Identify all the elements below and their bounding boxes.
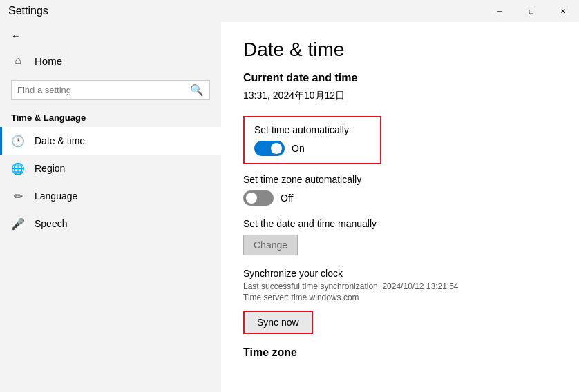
date-time-icon: 🕐 [11, 134, 25, 148]
content-panel: Date & time Current date and time 13:31,… [221, 22, 579, 392]
region-icon: 🌐 [11, 161, 25, 175]
sidebar-item-language-label: Language [35, 190, 77, 202]
sidebar: ← ⌂ Home 🔍 Time & Language 🕐 Date & time… [0, 22, 221, 392]
close-button[interactable]: ✕ [547, 0, 579, 22]
current-section-title: Current date and time [243, 72, 557, 84]
sync-group: Synchronize your clock Last successful t… [243, 268, 557, 334]
set-timezone-auto-toggle[interactable] [243, 190, 274, 206]
sidebar-item-date-time[interactable]: 🕐 Date & time [0, 127, 221, 155]
set-timezone-auto-label: Set time zone automatically [243, 174, 557, 185]
sidebar-item-speech-label: Speech [35, 218, 67, 229]
sidebar-item-region[interactable]: 🌐 Region [0, 155, 221, 182]
sidebar-item-region-label: Region [35, 163, 65, 174]
back-button[interactable]: ← [0, 25, 221, 47]
maximize-button[interactable]: □ [515, 0, 547, 22]
home-label: Home [35, 55, 62, 67]
home-nav-item[interactable]: ⌂ Home [0, 47, 221, 75]
home-icon: ⌂ [11, 54, 25, 68]
search-input[interactable] [17, 85, 186, 95]
change-button[interactable]: Change [243, 235, 298, 255]
search-box: 🔍 [11, 80, 210, 100]
language-icon: ✏ [11, 189, 25, 203]
titlebar-left: Settings [8, 5, 48, 17]
time-zone-label: Time zone [243, 346, 557, 359]
page-title: Date & time [243, 39, 557, 61]
set-time-auto-toggle[interactable] [254, 141, 285, 156]
search-icon: 🔍 [190, 84, 204, 97]
sidebar-item-date-time-label: Date & time [35, 135, 85, 146]
manual-label: Set the date and time manually [243, 218, 557, 229]
set-timezone-auto-row: Off [243, 190, 557, 206]
titlebar: Settings ─ □ ✕ [0, 0, 579, 22]
sync-now-button[interactable]: Sync now [243, 311, 313, 334]
set-time-auto-value: On [292, 143, 305, 154]
sync-info-1: Last successful time synchronization: 20… [243, 282, 557, 291]
sidebar-item-speech[interactable]: 🎤 Speech [0, 210, 221, 237]
manual-group: Set the date and time manually Change [243, 218, 557, 255]
sidebar-section-label: Time & Language [0, 106, 221, 127]
titlebar-controls: ─ □ ✕ [484, 0, 579, 22]
set-time-auto-box: Set time automatically On [243, 116, 381, 164]
minimize-button[interactable]: ─ [484, 0, 515, 22]
sync-section-label: Synchronize your clock [243, 268, 557, 279]
sidebar-item-language[interactable]: ✏ Language [0, 182, 221, 210]
main-container: ← ⌂ Home 🔍 Time & Language 🕐 Date & time… [0, 22, 579, 392]
titlebar-title: Settings [8, 5, 48, 17]
current-datetime: 13:31, 2024年10月12日 [243, 90, 557, 102]
set-timezone-auto-value: Off [281, 193, 293, 204]
back-icon: ← [11, 30, 21, 41]
set-timezone-auto-group: Set time zone automatically Off [243, 174, 557, 206]
speech-icon: 🎤 [11, 217, 25, 231]
sync-info-2: Time server: time.windows.com [243, 293, 557, 302]
set-time-auto-label: Set time automatically [254, 124, 370, 135]
set-time-auto-row: On [254, 141, 370, 156]
